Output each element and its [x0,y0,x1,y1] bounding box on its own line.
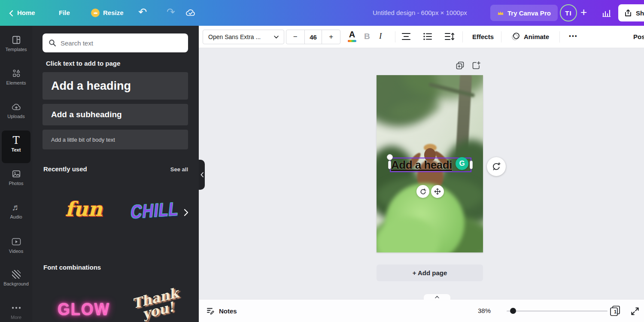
grammarly-badge[interactable]: G [456,157,468,170]
back-chevron-icon[interactable] [9,10,14,17]
share-label: Share [636,9,644,17]
grammarly-letter: G [459,159,465,168]
text-color-button[interactable]: A [348,30,356,42]
videos-icon [0,236,32,247]
font-family-select[interactable]: Open Sans Extra ... [203,30,284,44]
photos-icon [0,168,32,179]
text-style-fun[interactable]: fun [52,197,116,221]
bulleted-list-icon[interactable] [423,32,432,41]
sidebar-item-uploads[interactable]: Uploads [0,101,32,119]
position-button[interactable]: Pos [633,33,644,40]
add-page-button[interactable]: + Add page [377,264,483,281]
sidebar-item-background[interactable]: Background [0,269,32,286]
zoom-slider-track[interactable] [507,310,608,312]
fullscreen-icon[interactable] [630,307,640,316]
notes-button[interactable]: Notes [206,307,237,315]
sidebar-item-text[interactable]: T Text [0,135,32,152]
sidebar-item-audio[interactable]: ♬ Audio [0,202,32,219]
home-button[interactable]: Home [17,9,35,16]
left-resize-handle[interactable] [388,161,391,169]
add-new-page-icon[interactable] [472,61,481,70]
notes-icon [206,307,215,315]
pages-button[interactable]: 1 [609,305,621,316]
add-heading-label: Add a heading [51,79,131,93]
add-heading-button[interactable]: Add a heading [43,72,188,100]
rotate-handle-button[interactable] [416,185,429,198]
panel-collapse-button[interactable] [199,160,205,190]
font-combo-glow[interactable]: GLOW [49,300,118,319]
page-number: 1 [613,309,618,314]
zoom-level-value[interactable]: 38% [478,307,491,314]
add-body-text-button[interactable]: Add a little bit of body text [43,130,188,149]
right-resize-handle[interactable] [470,161,473,169]
share-button[interactable]: Share [618,4,644,21]
design-title[interactable]: Untitled design - 600px × 1000px [373,9,467,16]
line-spacing-icon[interactable] [444,32,455,41]
sidebar-item-templates[interactable]: Templates [0,34,32,52]
resize-button[interactable]: Resize [103,9,124,16]
audio-icon: ♬ [0,202,32,213]
text-color-label: A [348,30,356,39]
chevron-down-icon [274,36,279,39]
corner-resize-handle[interactable] [387,154,393,160]
file-menu[interactable]: File [59,9,70,16]
italic-button[interactable]: I [379,31,382,41]
animate-icon [511,32,520,41]
divider [501,31,501,43]
sidebar-item-label: Text [0,147,32,152]
sidebar-item-videos[interactable]: Videos [0,236,32,254]
search-icon [49,39,56,47]
avatar-initials: TI [565,9,571,17]
design-page[interactable]: Add a headi G [377,75,483,252]
bold-button[interactable]: B [364,32,370,41]
try-canva-pro-button[interactable]: Try Canva Pro [490,5,558,21]
add-body-text-label: Add a little bit of body text [51,137,115,143]
sidebar-item-photos[interactable]: Photos [0,168,32,186]
background-icon [0,269,32,280]
collapse-bottom-panel-button[interactable] [423,294,451,300]
effects-button[interactable]: Effects [472,33,494,40]
rainbow-underline [348,40,356,42]
selected-text[interactable]: Add a headi [391,158,452,172]
add-comment-button[interactable] [487,157,506,176]
templates-icon [0,34,32,46]
sidebar-item-elements[interactable]: Elements [0,68,32,85]
sidebar-item-more[interactable]: More [0,302,32,320]
divider [395,31,395,43]
avatar[interactable]: TI [560,4,577,21]
see-all-link[interactable]: See all [170,166,188,173]
text-align-icon[interactable] [401,33,411,40]
insights-icon[interactable] [602,8,611,18]
chevron-left-icon [200,172,204,177]
chevron-up-icon [435,296,439,298]
search-input[interactable] [61,39,182,47]
more-options-button[interactable]: ••• [569,33,578,39]
zoom-slider-handle[interactable] [510,308,516,314]
undo-icon[interactable]: ↶ [138,7,147,17]
top-bar: Home File Resize ↶ ↷ Untitled design - 6… [0,0,644,26]
sidebar-item-label: More [0,315,32,320]
font-combo-thank-you[interactable]: Thank you! [122,285,191,322]
sidebar-item-label: Photos [0,181,32,186]
move-handle-button[interactable] [431,185,444,198]
text-toolbar: Open Sans Extra ... − 46 + A B I Effects… [199,26,644,48]
try-canva-pro-label: Try Canva Pro [507,9,551,17]
redo-icon[interactable]: ↷ [167,7,175,17]
canvas-area[interactable]: Add a headi G + Add page [199,48,644,299]
duplicate-page-icon[interactable] [456,61,465,70]
recently-used-title: Recently used [43,165,87,173]
text-style-chill[interactable]: CHILL [122,200,187,221]
notes-label: Notes [219,307,237,315]
share-icon [624,9,632,17]
next-styles-arrow-icon[interactable] [183,208,188,217]
font-size-decrease-button[interactable]: − [286,30,305,44]
font-size-value[interactable]: 46 [305,30,322,44]
animate-button[interactable]: Animate [511,32,549,41]
font-size-increase-button[interactable]: + [322,30,340,44]
elements-icon [0,68,32,79]
add-member-button[interactable]: + [580,6,587,19]
crown-icon [497,10,504,16]
add-subheading-button[interactable]: Add a subheading [43,104,188,125]
sidebar-item-label: Background [0,281,32,286]
text-icon: T [0,135,32,146]
